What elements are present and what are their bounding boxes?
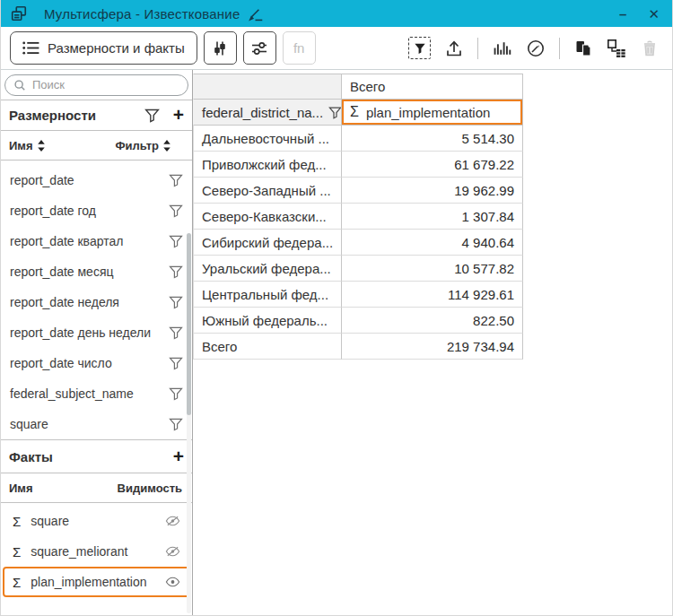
- pivot-total-column-header[interactable]: Всего: [342, 74, 523, 100]
- close-button[interactable]: ✕: [644, 5, 663, 22]
- facts-list: Σ square Σ square_meliorant: [1, 503, 192, 597]
- eye-hidden-icon[interactable]: [165, 546, 180, 557]
- titlebar: Мультисфера - Известкование – ✕: [1, 0, 672, 27]
- pivot-table: Всего federal_district_na... Σ plan_impl: [193, 74, 523, 360]
- pivot-row-dimension-header[interactable]: federal_district_na...: [193, 100, 342, 126]
- eye-visible-icon[interactable]: [165, 577, 180, 587]
- pivot-measure-header[interactable]: Σ plan_implementation: [342, 100, 523, 126]
- rename-pencil-icon[interactable]: [247, 5, 264, 22]
- dimension-name-label: report_date день недели: [10, 325, 151, 340]
- row-label-cell[interactable]: Всего: [193, 334, 342, 360]
- structure-button[interactable]: [607, 39, 626, 58]
- filter-column-label: Фильтр: [115, 139, 159, 152]
- vertical-sliders-button[interactable]: [204, 31, 237, 65]
- row-label-cell[interactable]: Сибирский федера...: [193, 230, 342, 256]
- row-value-cell[interactable]: 114 929.61: [342, 282, 523, 308]
- window-title: Мультисфера - Известкование: [44, 6, 240, 22]
- dimension-item[interactable]: report_date: [1, 165, 192, 195]
- filter-icon[interactable]: [169, 295, 183, 309]
- measure-name-label: plan_implementation: [366, 105, 490, 120]
- fact-item[interactable]: Σ square: [3, 506, 190, 536]
- area-filter-button[interactable]: [408, 37, 431, 59]
- filter-icon[interactable]: [169, 234, 183, 248]
- row-value-cell[interactable]: 10 577.82: [342, 256, 523, 282]
- dimensions-filter-icon[interactable]: [144, 108, 160, 123]
- row-value-cell[interactable]: 61 679.22: [342, 152, 523, 178]
- eye-hidden-icon[interactable]: [165, 516, 180, 526]
- pivot-data-row[interactable]: Дальневосточный ... 5 514.30: [193, 126, 523, 152]
- dimension-item[interactable]: report_date квартал: [1, 226, 192, 256]
- dimension-item[interactable]: report_date день недели: [1, 317, 192, 348]
- sigma-icon: Σ: [13, 544, 21, 560]
- dimension-item[interactable]: report_date число: [1, 348, 192, 378]
- fact-item[interactable]: Σ square_meliorant: [3, 536, 190, 567]
- horizontal-sliders-button[interactable]: [243, 31, 276, 65]
- dimension-name-label: report_date неделя: [10, 295, 119, 309]
- fact-name-label: square_meliorant: [31, 544, 127, 559]
- dimensions-facts-button[interactable]: Размерности и факты: [10, 31, 197, 65]
- sidebar-scrollbar-thumb[interactable]: [187, 233, 191, 415]
- row-value-cell[interactable]: 822.50: [342, 308, 523, 334]
- pivot-corner-cell: [193, 74, 342, 100]
- dimension-item[interactable]: report_date месяц: [1, 256, 192, 287]
- fact-item[interactable]: Σ plan_implementation: [3, 567, 190, 597]
- dimensions-header: Размерности +: [1, 100, 192, 130]
- pivot-data-row[interactable]: Центральный фед... 114 929.61: [193, 282, 523, 308]
- dimension-item[interactable]: report_date год: [1, 195, 192, 226]
- pivot-data-row[interactable]: Приволжский фед... 61 679.22: [193, 152, 523, 178]
- dimensions-facts-label: Размерности и факты: [48, 40, 185, 56]
- chart-button[interactable]: [492, 38, 512, 58]
- export-button[interactable]: [444, 39, 464, 58]
- pivot-data-row[interactable]: Северо-Западный ... 19 962.99: [193, 178, 523, 204]
- row-label-cell[interactable]: Центральный фед...: [193, 282, 342, 308]
- pivot-data-row[interactable]: Северо-Кавказски... 1 307.84: [193, 204, 523, 230]
- filter-icon[interactable]: [169, 386, 183, 401]
- row-value-cell[interactable]: 5 514.30: [342, 126, 523, 152]
- filter-icon[interactable]: [169, 173, 183, 187]
- dimension-item[interactable]: square: [1, 409, 192, 439]
- pivot-data-row[interactable]: Сибирский федера... 4 940.64: [193, 230, 523, 256]
- add-dimension-button[interactable]: +: [173, 105, 184, 124]
- fact-name-label: plan_implementation: [31, 575, 146, 589]
- sort-filter-icon[interactable]: [162, 139, 171, 152]
- horizontal-sliders-icon: [250, 39, 268, 57]
- pivot-data-row[interactable]: Уральский федера... 10 577.82: [193, 256, 523, 282]
- search-input[interactable]: [32, 78, 179, 91]
- pivot-data-row[interactable]: Южный федераль... 822.50: [193, 308, 523, 334]
- dimension-item[interactable]: report_date неделя: [1, 287, 192, 317]
- row-label-cell[interactable]: Уральский федера...: [193, 256, 342, 282]
- trash-button-disabled: [640, 39, 660, 58]
- search-box[interactable]: [4, 74, 188, 96]
- sidebar: Размерности + Имя Фильтр: [1, 70, 193, 615]
- row-label-cell[interactable]: Северо-Западный ...: [193, 178, 342, 204]
- filter-icon[interactable]: [169, 204, 183, 218]
- compass-button[interactable]: [526, 39, 546, 58]
- add-fact-button[interactable]: +: [173, 447, 184, 465]
- filter-funnel-icon: [414, 42, 426, 55]
- row-value-cell[interactable]: 4 940.64: [342, 230, 523, 256]
- row-label-cell[interactable]: Дальневосточный ...: [193, 126, 342, 152]
- minimize-button[interactable]: –: [616, 5, 630, 22]
- filter-icon[interactable]: [169, 265, 183, 279]
- sigma-icon: Σ: [13, 575, 21, 590]
- pivot-area: Всего federal_district_na... Σ plan_impl: [193, 70, 672, 615]
- sort-name-icon[interactable]: [37, 139, 46, 152]
- filter-icon[interactable]: [169, 356, 183, 370]
- row-label-cell[interactable]: Северо-Кавказски...: [193, 204, 342, 230]
- row-dimension-label: federal_district_na...: [202, 105, 323, 120]
- row-value-cell[interactable]: 219 734.94: [342, 334, 523, 360]
- filter-icon[interactable]: [328, 106, 342, 119]
- row-value-cell[interactable]: 19 962.99: [342, 178, 523, 204]
- row-label-cell[interactable]: Приволжский фед...: [193, 152, 342, 178]
- filter-icon[interactable]: [169, 417, 183, 431]
- row-label-cell[interactable]: Южный федераль...: [193, 308, 342, 334]
- pivot-data-row[interactable]: Всего 219 734.94: [193, 334, 523, 360]
- formula-button[interactable]: fn: [283, 31, 316, 65]
- dimension-item[interactable]: federal_subject_name: [1, 378, 192, 409]
- sigma-icon: Σ: [13, 514, 21, 529]
- copy-sphere-button[interactable]: [573, 39, 593, 58]
- dimension-name-label: report_date: [10, 173, 74, 187]
- filter-icon[interactable]: [169, 325, 183, 340]
- dimension-name-label: report_date число: [10, 356, 112, 370]
- row-value-cell[interactable]: 1 307.84: [342, 204, 523, 230]
